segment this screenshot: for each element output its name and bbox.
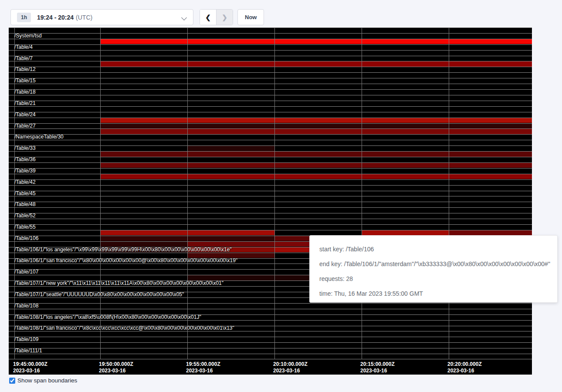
chevron-down-icon — [181, 15, 187, 20]
span-boundary-line — [9, 151, 532, 152]
span-boundary-line — [9, 123, 532, 124]
axis-tick-label: 20:15:00.000Z2023-03-16 — [360, 361, 395, 374]
span-boundary-line — [9, 56, 532, 56]
time-gridline — [449, 27, 449, 359]
time-nav-group: ❮ ❯ — [200, 9, 233, 25]
heatmap-band[interactable] — [100, 129, 532, 134]
span-boundary-line — [9, 213, 532, 213]
span-boundary-line — [9, 185, 532, 186]
span-boundaries-control: Show span boundaries — [9, 377, 77, 384]
heatmap-band[interactable] — [100, 174, 532, 179]
span-boundary-line — [9, 207, 532, 208]
heatmap-band[interactable] — [449, 230, 532, 235]
row-key-label: /Table/15 — [14, 78, 36, 84]
prev-range-button[interactable]: ❮ — [200, 10, 217, 25]
span-boundary-line — [9, 162, 532, 163]
heatmap-band[interactable] — [187, 247, 274, 252]
span-boundary-line — [9, 84, 532, 84]
span-boundary-line — [9, 179, 532, 180]
span-boundary-line — [9, 33, 532, 34]
row-key-label: /Table/108/1/"san francisco"/"\x8c\xcc\x… — [14, 325, 234, 331]
heatmap-band[interactable] — [100, 242, 187, 247]
tooltip-requests: requests: 28 — [319, 269, 548, 284]
heatmap-band[interactable] — [100, 39, 532, 44]
row-key-label: /Table/7 — [14, 56, 33, 61]
span-boundary-line — [9, 78, 532, 78]
row-key-label: /Table/42 — [14, 179, 36, 185]
row-key-label: /Table/107/1/"seattle"/"UUUUUUD\x00\x80\… — [14, 292, 184, 297]
heatmap-band[interactable] — [187, 242, 274, 247]
row-key-label: /Table/45 — [14, 191, 36, 196]
heatmap-band[interactable] — [100, 118, 532, 123]
row-key-label: /Table/106/1/"san francisco"/"\x80\x00\x… — [14, 258, 237, 264]
axis-tick-label: 20:20:00.000Z2023-03-16 — [447, 361, 482, 374]
axis-tick-label: 19:50:00.000Z2023-03-16 — [99, 361, 133, 374]
span-boundary-line — [9, 106, 532, 107]
span-boundary-line — [9, 140, 532, 140]
span-boundary-line — [9, 44, 532, 45]
row-key-label: /Table/12 — [14, 67, 36, 72]
span-boundary-line — [9, 72, 532, 73]
range-text: 19:24 - 20:24 — [37, 14, 74, 21]
span-boundary-line — [9, 202, 532, 202]
row-key-label: /System/tsd — [14, 33, 42, 39]
key-visualizer-heatmap[interactable]: /System/tsd/Table/4/Table/7/Table/12/Tab… — [9, 27, 532, 375]
span-boundary-line — [9, 157, 532, 157]
row-key-label: /Table/39 — [14, 168, 36, 174]
row-key-label: /Table/109 — [14, 337, 38, 342]
span-boundary-line — [9, 354, 532, 354]
span-boundary-line — [9, 128, 532, 129]
span-boundary-line — [9, 112, 532, 112]
row-key-label: /Table/55 — [14, 224, 36, 230]
row-key-label: /Table/106 — [14, 236, 38, 241]
axis-tick-label: 20:10:00.000Z2023-03-16 — [273, 361, 308, 374]
span-boundary-line — [9, 67, 532, 67]
span-boundary-line — [9, 309, 532, 309]
span-boundary-line — [9, 331, 532, 331]
span-boundary-line — [9, 118, 532, 118]
heatmap-band[interactable] — [187, 253, 274, 258]
heatmap-band[interactable] — [100, 61, 532, 66]
row-key-label: /Table/21 — [14, 101, 36, 106]
span-boundary-line — [9, 145, 532, 146]
row-key-label: /Table/111/1 — [14, 348, 42, 354]
span-boundary-line — [9, 314, 532, 315]
span-boundary-line — [9, 337, 532, 337]
heatmap-band[interactable] — [187, 146, 274, 151]
row-key-label: /Table/4 — [14, 44, 33, 50]
next-range-button[interactable]: ❯ — [217, 10, 233, 25]
span-boundary-line — [9, 320, 532, 321]
span-boundary-line — [9, 134, 532, 135]
span-boundary-line — [9, 326, 532, 326]
show-span-boundaries-label: Show span boundaries — [17, 377, 77, 384]
heatmap-band[interactable] — [100, 163, 532, 168]
heatmap-band[interactable] — [100, 247, 187, 252]
span-boundary-line — [9, 224, 532, 225]
row-key-label: /Table/108/1/"los angeles"/"\xa8\xf5\u00… — [14, 314, 201, 320]
span-tooltip: start key: /Table/106 end key: /Table/10… — [309, 235, 558, 303]
time-gridline — [362, 27, 362, 359]
now-button[interactable]: Now — [237, 9, 264, 25]
span-boundary-line — [9, 219, 532, 219]
time-range-dropdown[interactable]: 1h 19:24 - 20:24 (UTC) — [10, 9, 193, 25]
row-key-label: /Table/48 — [14, 202, 36, 207]
tooltip-start-key: start key: /Table/106 — [319, 239, 548, 254]
tooltip-time: time: Thu, 16 Mar 2023 19:55:00 GMT — [319, 284, 548, 298]
axis-tick-label: 19:55:00.000Z2023-03-16 — [186, 361, 220, 374]
heatmap-band[interactable] — [362, 230, 449, 235]
heatmap-band[interactable] — [100, 152, 532, 156]
span-boundary-line — [9, 39, 532, 39]
time-gridline — [187, 27, 188, 359]
row-key-label: /Table/36 — [14, 157, 36, 162]
time-gridline — [274, 27, 275, 359]
row-key-label: /Table/27 — [14, 123, 36, 129]
show-span-boundaries-checkbox[interactable] — [9, 378, 15, 384]
range-duration-badge: 1h — [17, 13, 31, 22]
span-boundary-line — [9, 348, 532, 348]
row-key-label: /NamespaceTable/30 — [14, 134, 64, 140]
heatmap-band[interactable] — [100, 124, 532, 128]
span-boundary-line — [9, 89, 532, 90]
time-gridline — [100, 27, 101, 359]
row-key-label: /Table/33 — [14, 145, 36, 151]
row-key-label: /Table/108 — [14, 303, 38, 309]
